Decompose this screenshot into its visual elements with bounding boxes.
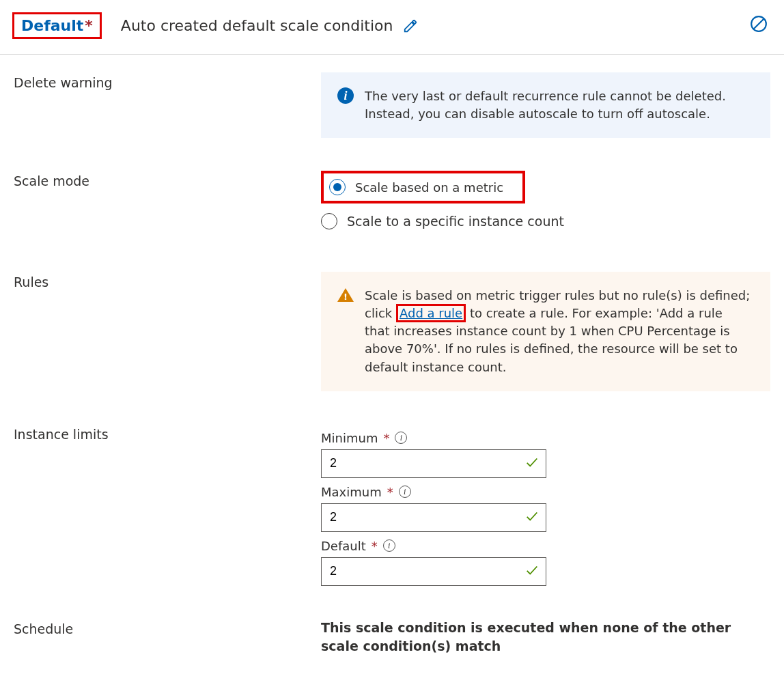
required-star: * (85, 17, 93, 34)
delete-warning-label: Delete warning (14, 72, 321, 90)
radio-scale-count[interactable] (321, 213, 337, 229)
delete-warning-box: i The very last or default recurrence ru… (321, 72, 770, 138)
schedule-label: Schedule (14, 619, 321, 636)
delete-disabled-icon (750, 15, 768, 33)
rules-label: Rules (14, 272, 321, 290)
default-input[interactable] (321, 557, 546, 586)
scale-mode-label: Scale mode (14, 171, 321, 188)
svg-line-1 (753, 18, 764, 29)
schedule-note: This scale condition is executed when no… (321, 619, 770, 656)
scale-mode-metric-highlight: Scale based on a metric (321, 171, 525, 203)
delete-warning-text: The very last or default recurrence rule… (365, 87, 751, 123)
add-rule-link[interactable]: Add a rule (400, 306, 462, 320)
rules-warning-box: Scale is based on metric trigger rules b… (321, 272, 770, 391)
condition-title: Auto created default scale condition (121, 17, 393, 34)
radio-scale-metric[interactable] (329, 179, 346, 195)
info-icon[interactable]: i (395, 432, 407, 444)
required-star: * (372, 539, 378, 553)
radio-scale-metric-label: Scale based on a metric (355, 180, 503, 195)
info-icon: i (337, 87, 354, 104)
minimum-label: Minimum (321, 431, 378, 445)
radio-scale-count-label: Scale to a specific instance count (347, 214, 564, 229)
instance-limits-label: Instance limits (14, 424, 321, 442)
info-icon[interactable]: i (383, 539, 395, 552)
default-badge-text: Default (21, 17, 83, 34)
add-rule-highlight: Add a rule (396, 304, 466, 322)
minimum-input[interactable] (321, 449, 546, 478)
warning-icon (337, 288, 354, 302)
edit-icon[interactable] (403, 18, 418, 33)
required-star: * (387, 485, 393, 499)
default-label: Default (321, 539, 366, 553)
info-icon[interactable]: i (399, 486, 411, 498)
rules-warning-text: Scale is based on metric trigger rules b… (365, 287, 751, 376)
condition-header: Default* Auto created default scale cond… (0, 0, 784, 55)
default-badge: Default* (12, 12, 102, 39)
maximum-input[interactable] (321, 503, 546, 532)
required-star: * (383, 431, 389, 445)
maximum-label: Maximum (321, 485, 382, 499)
